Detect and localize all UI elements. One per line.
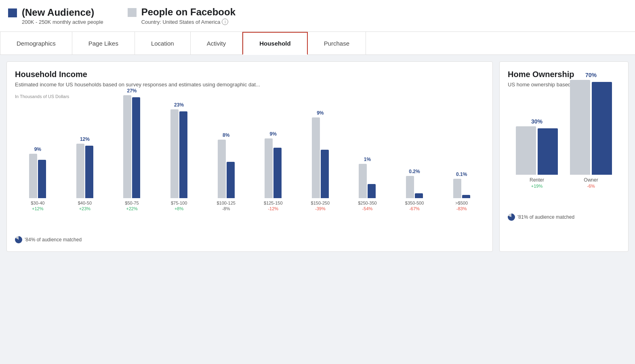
home-ownership-card: Home Ownership US home ownership based o… (499, 61, 629, 252)
bar-percentage: 9% (34, 146, 41, 152)
pie-chart-icon (15, 236, 22, 243)
bar-range-label: $30-40 (31, 201, 44, 205)
facebook-title: People on Facebook (141, 6, 235, 18)
bar-diff-label: -39% (315, 206, 326, 211)
tab-page-likes[interactable]: Page Likes (72, 32, 135, 54)
bar-range-label: $125-150 (264, 201, 283, 205)
ownership-bar-foreground (538, 128, 558, 175)
facebook-block: People on Facebook Country: United State… (128, 6, 235, 25)
bar-diff-label: +8% (175, 206, 183, 211)
bar-range-label: $350-500 (405, 201, 424, 205)
bar-percentage: 9% (270, 131, 277, 137)
bar-foreground (368, 184, 376, 198)
bar-foreground (273, 148, 282, 198)
bar-diff-label: +23% (79, 206, 90, 211)
audience-subtitle: 200K - 250K monthly active people (22, 19, 103, 25)
bar-foreground (462, 195, 470, 198)
ownership-percentage: 30% (531, 118, 542, 125)
tab-purchase[interactable]: Purchase (308, 32, 366, 54)
bar-background (453, 179, 461, 198)
info-icon[interactable]: i (222, 19, 228, 25)
household-income-chart: 9%$30-40+12%12%$40-50+23%27%$50-75+22%23… (15, 102, 484, 231)
bar-wrapper (298, 117, 343, 198)
bar-range-label: >$500 (455, 201, 468, 205)
bar-wrapper (250, 138, 296, 198)
bar-group: 9%$150-250-39% (298, 102, 343, 211)
axis-label: In Thousands of US Dollars (15, 94, 484, 99)
bar-foreground (179, 111, 187, 198)
bar-foreground (38, 160, 46, 198)
bar-background (170, 109, 179, 198)
audience-color-icon (8, 8, 17, 17)
home-ownership-chart: 30%Renter+19%70%Owner-6% (508, 96, 620, 209)
bar-range-label: $100-125 (217, 201, 235, 205)
bar-group: 1%$250-350-54% (345, 102, 390, 211)
ownership-bar-wrapper (570, 80, 612, 175)
bar-background (406, 176, 414, 198)
tab-bar: Demographics Page Likes Location Activit… (0, 32, 635, 55)
bar-background (218, 140, 226, 198)
bar-wrapper (109, 95, 155, 198)
bar-foreground (227, 162, 235, 198)
bar-diff-label: +22% (126, 206, 137, 211)
bar-background (265, 138, 273, 198)
bar-background (312, 117, 320, 198)
bar-group: 8%$100-125-8% (203, 102, 249, 211)
bar-group: 12%$40-50+23% (62, 102, 108, 211)
bar-group: 27%$50-75+22% (109, 102, 155, 211)
bar-diff-label: -12% (268, 206, 278, 211)
income-footer: '84% of audience matched (15, 236, 484, 243)
home-ownership-title: Home Ownership (508, 70, 620, 79)
tab-activity[interactable]: Activity (191, 32, 243, 54)
bar-group: 9%$125-150-12% (250, 102, 296, 211)
ownership-bar-group: 70%Owner-6% (570, 96, 612, 188)
tab-household[interactable]: Household (242, 32, 308, 55)
bar-range-label: $40-50 (78, 201, 92, 205)
ownership-range-label: Owner (584, 177, 598, 183)
header: (New Audience) 200K - 250K monthly activ… (0, 0, 635, 32)
bar-diff-label: -8% (222, 206, 230, 211)
ownership-range-label: Renter (530, 177, 544, 183)
bar-percentage: 8% (223, 132, 229, 138)
bar-percentage: 0.2% (409, 169, 420, 174)
ownership-bar-foreground (592, 82, 612, 175)
bar-diff-label: +12% (32, 206, 43, 211)
ownership-footer: '81% of audience matched (508, 213, 620, 221)
bar-background (76, 144, 84, 198)
tab-location[interactable]: Location (135, 32, 191, 54)
ownership-bar-group: 30%Renter+19% (516, 96, 558, 188)
bar-diff-label: -83% (456, 206, 467, 211)
audience-block: (New Audience) 200K - 250K monthly activ… (8, 7, 103, 25)
bar-range-label: $250-350 (358, 201, 377, 205)
tab-demographics[interactable]: Demographics (0, 32, 72, 54)
household-income-title: Household Income (15, 70, 484, 79)
bar-wrapper (15, 154, 61, 198)
pie-chart-icon-small (508, 213, 515, 221)
bar-range-label: $150-250 (311, 201, 330, 205)
bar-wrapper (392, 176, 437, 198)
bar-range-label: $50-75 (125, 201, 139, 205)
bar-wrapper (62, 144, 108, 198)
bar-percentage: 12% (80, 136, 90, 142)
bar-percentage: 0.1% (456, 172, 467, 177)
bar-foreground (321, 150, 329, 198)
ownership-bar-wrapper (516, 126, 558, 175)
ownership-diff-label: +19% (531, 184, 542, 188)
bar-percentage: 27% (127, 88, 137, 94)
bar-wrapper (156, 109, 202, 198)
bar-percentage: 9% (317, 110, 324, 116)
bar-background (29, 154, 37, 198)
bar-percentage: 1% (364, 157, 371, 162)
bar-percentage: 23% (174, 102, 184, 108)
audience-title: (New Audience) (22, 7, 103, 18)
bar-diff-label: -54% (362, 206, 373, 211)
bar-wrapper (439, 179, 484, 198)
ownership-percentage: 70% (585, 72, 597, 78)
bar-diff-label: -67% (409, 206, 420, 211)
bar-foreground (85, 146, 93, 198)
bar-group: 9%$30-40+12% (15, 102, 61, 211)
facebook-subtitle: Country: United States of America i (141, 19, 235, 25)
bar-background (123, 95, 131, 198)
bar-range-label: $75-100 (171, 201, 187, 205)
ownership-diff-label: -6% (587, 184, 595, 188)
